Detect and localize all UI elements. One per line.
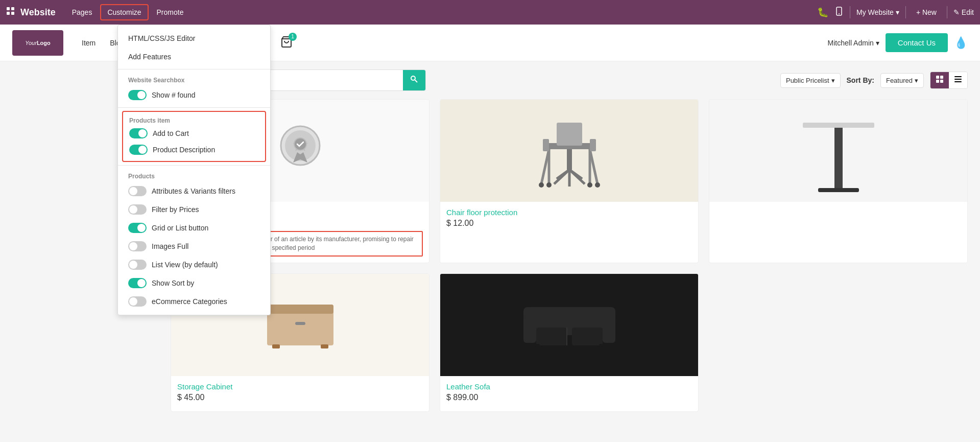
product-card-sofa: Leather Sofa $ 899.00	[440, 273, 699, 412]
divider	[850, 6, 850, 18]
dropdown-divider-1	[118, 69, 270, 69]
product-info-chair: Chair floor protection $ 12.00	[440, 202, 698, 237]
ecommerce-cat-toggle[interactable]	[128, 296, 147, 307]
svg-rect-20	[557, 123, 582, 146]
ecommerce-cat-row: eCommerce Categories	[118, 292, 270, 311]
list-view-btn[interactable]	[949, 72, 967, 88]
svg-rect-15	[954, 81, 962, 82]
svg-rect-0	[7, 7, 10, 10]
customize-dropdown: HTML/CSS/JS Editor Add Features Website …	[117, 25, 271, 315]
grid-list-row: Grid or List button	[118, 219, 270, 237]
svg-rect-51	[534, 344, 540, 353]
svg-rect-13	[954, 76, 962, 77]
svg-rect-3	[11, 12, 14, 15]
product-price-chair: $ 12.00	[446, 219, 692, 228]
svg-rect-52	[599, 344, 605, 353]
svg-line-36	[569, 170, 582, 179]
divider3	[947, 6, 947, 18]
svg-rect-12	[940, 80, 943, 83]
search-button[interactable]	[403, 70, 425, 90]
add-to-cart-row: Add to Cart	[123, 125, 265, 142]
show-sort-toggle[interactable]	[128, 278, 147, 288]
shop-area: Public Pricelist ▾ Sort By: Featured ▾	[158, 61, 980, 420]
bug-icon-btn[interactable]: 🐛	[817, 7, 828, 18]
product-grid: Warranty $ 20.00 Warranty, issued to the…	[171, 99, 968, 412]
product-name-cabinet[interactable]: Storage Cabinet	[177, 382, 423, 391]
grid-list-toggle[interactable]	[128, 223, 147, 233]
svg-point-26	[595, 182, 600, 188]
pricelist-select[interactable]: Public Pricelist ▾	[780, 73, 841, 88]
svg-rect-10	[940, 76, 943, 79]
promote-btn[interactable]: Promote	[151, 5, 190, 19]
product-img-chair	[440, 100, 698, 202]
site-header-right: Mitchell Admin ▾ Contact Us 💧	[828, 33, 968, 52]
edit-btn[interactable]: ✎ Edit	[953, 8, 974, 16]
customize-btn[interactable]: Customize	[100, 4, 148, 20]
product-price-cabinet: $ 45.00	[177, 393, 423, 402]
list-view-row: List View (by default)	[118, 255, 270, 274]
svg-rect-11	[936, 80, 939, 83]
cabinet-svg	[259, 294, 341, 356]
svg-rect-47	[603, 317, 615, 343]
svg-point-28	[587, 182, 592, 188]
product-name-chair[interactable]: Chair floor protection	[446, 208, 692, 217]
svg-rect-30	[590, 139, 596, 151]
show-found-toggle[interactable]	[128, 90, 147, 100]
svg-point-27	[546, 182, 552, 188]
sort-by-select[interactable]: Featured ▾	[880, 73, 924, 88]
svg-rect-43	[272, 344, 280, 348]
grid-view-btn[interactable]	[930, 72, 949, 88]
product-card-table	[709, 99, 968, 263]
html-editor-item[interactable]: HTML/CSS/JS Editor	[118, 29, 270, 48]
search-sort-row: Public Pricelist ▾ Sort By: Featured ▾	[171, 69, 968, 91]
product-name-sofa[interactable]: Leather Sofa	[446, 382, 692, 391]
svg-rect-49	[572, 328, 603, 345]
cart-icon[interactable]: 1	[280, 36, 293, 50]
nav-item[interactable]: Item	[76, 36, 102, 50]
site-logo[interactable]: YourLogo	[12, 30, 63, 56]
product-info-cabinet: Storage Cabinet $ 45.00	[171, 376, 429, 411]
products-item-section: Products item Add to Cart Product Descri…	[122, 111, 266, 162]
new-btn[interactable]: + New	[912, 6, 941, 18]
svg-rect-9	[936, 76, 939, 79]
product-img-table	[709, 100, 967, 202]
images-full-toggle[interactable]	[128, 241, 147, 251]
products-item-label: Products item	[123, 115, 265, 125]
filter-prices-toggle[interactable]	[128, 204, 147, 215]
add-features-item[interactable]: Add Features	[118, 48, 270, 66]
attr-variants-row: Attributes & Variants filters	[118, 182, 270, 200]
pages-btn[interactable]: Pages	[66, 5, 99, 19]
attr-variants-toggle[interactable]	[128, 186, 147, 196]
sofa-svg	[518, 292, 620, 358]
list-view-toggle[interactable]	[128, 260, 147, 270]
svg-rect-1	[11, 7, 14, 10]
svg-rect-48	[536, 328, 567, 345]
divider2	[905, 6, 906, 18]
view-toggle	[930, 72, 968, 89]
contact-us-button[interactable]: Contact Us	[886, 33, 948, 52]
grid-icon[interactable]	[6, 7, 15, 18]
add-to-cart-toggle[interactable]	[129, 128, 148, 138]
show-sort-row: Show Sort by	[118, 274, 270, 292]
filter-prices-row: Filter by Prices	[118, 200, 270, 219]
cart-badge: 1	[289, 33, 297, 41]
svg-rect-42	[295, 322, 305, 325]
product-price-sofa: $ 899.00	[446, 393, 692, 402]
dropdown-divider-3	[118, 165, 270, 166]
svg-point-5	[839, 13, 840, 14]
product-description-toggle[interactable]	[129, 145, 148, 155]
show-found-row: Show # found	[118, 86, 270, 104]
svg-rect-39	[818, 188, 859, 192]
admin-user[interactable]: Mitchell Admin ▾	[828, 39, 879, 47]
top-bar-right: 🐛 My Website ▾ + New ✎ Edit	[817, 6, 974, 18]
my-website-selector[interactable]: My Website ▾	[856, 8, 899, 16]
images-full-row: Images Full	[118, 237, 270, 255]
dropdown-divider-2	[118, 107, 270, 108]
mobile-icon-btn[interactable]	[834, 7, 844, 18]
chair-svg	[529, 107, 610, 194]
site-brand: Website	[20, 7, 56, 18]
table-svg	[793, 102, 885, 199]
searchbox-section-label: Website Searchbox	[118, 73, 270, 86]
product-card-chair: Chair floor protection $ 12.00	[440, 99, 699, 263]
water-drop-icon: 💧	[954, 36, 968, 50]
